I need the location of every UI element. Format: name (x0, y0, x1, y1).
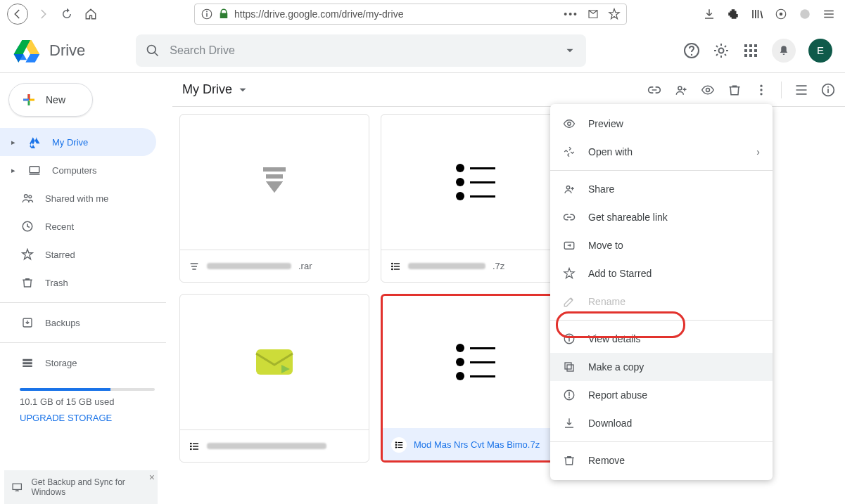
svg-point-31 (760, 89, 762, 91)
sidebar-label-trash: Trash (45, 278, 68, 288)
home-button[interactable] (82, 5, 100, 23)
storage-bar (20, 388, 155, 391)
svg-point-51 (190, 448, 192, 450)
search-dropdown-icon[interactable] (564, 44, 576, 57)
ctx-get-link[interactable]: Get shareable link (550, 203, 773, 231)
upgrade-storage-link[interactable]: UPGRADE STORAGE (20, 413, 112, 423)
context-menu: Preview Open with› Share Get shareable l… (550, 104, 773, 480)
downloads-icon[interactable] (700, 5, 718, 23)
notifications-icon[interactable] (772, 39, 796, 63)
svg-rect-42 (394, 266, 400, 266)
sidebar-item-backups[interactable]: Backups (0, 309, 156, 337)
ctx-share[interactable]: Share (550, 175, 773, 203)
sidebar-label-recent: Recent (45, 221, 74, 232)
page-actions-icon[interactable]: ••• (564, 8, 578, 20)
file-name-redacted (207, 263, 291, 269)
breadcrumb[interactable]: My Drive (182, 82, 249, 97)
share-icon[interactable] (674, 83, 688, 97)
file-tile[interactable]: .rar (179, 114, 369, 283)
addon-icon[interactable] (772, 5, 790, 23)
reload-button[interactable] (58, 5, 76, 23)
svg-point-43 (391, 268, 393, 270)
svg-rect-18 (754, 54, 757, 57)
sidebar-item-starred[interactable]: Starred (0, 240, 156, 269)
envelope-play-icon (255, 347, 294, 377)
ctx-label: Rename (588, 296, 625, 307)
eye-icon (563, 117, 576, 130)
svg-point-21 (29, 195, 32, 198)
library-icon[interactable] (748, 5, 766, 23)
svg-point-57 (395, 446, 397, 448)
menu-button[interactable] (820, 5, 838, 23)
file-tile[interactable]: .7z (381, 114, 571, 283)
url-text: https://drive.google.com/drive/my-drive (234, 8, 403, 20)
link-icon[interactable] (647, 83, 661, 97)
ctx-label: Open with (588, 146, 633, 157)
alert-icon (563, 389, 576, 401)
forward-button[interactable] (34, 5, 52, 23)
expand-icon[interactable]: ▸ (10, 138, 17, 147)
ctx-label: Get shareable link (588, 212, 668, 223)
back-button[interactable] (7, 4, 28, 25)
breadcrumb-label: My Drive (182, 82, 232, 97)
chevron-down-icon (236, 84, 249, 96)
ctx-label: Move to (588, 240, 623, 251)
ctx-move-to[interactable]: Move to (550, 231, 773, 259)
ctx-view-details[interactable]: View details (550, 325, 773, 353)
svg-point-39 (391, 262, 393, 264)
sidebar-item-trash[interactable]: Trash (0, 269, 156, 297)
list-small-icon (394, 440, 404, 450)
globe-icon[interactable] (796, 5, 814, 23)
ctx-label: View details (588, 333, 640, 344)
file-tile[interactable] (179, 294, 369, 463)
ctx-open-with[interactable]: Open with› (550, 138, 773, 166)
ctx-label: Remove (588, 455, 625, 466)
product-name: Drive (49, 41, 85, 60)
svg-rect-64 (568, 338, 570, 342)
ctx-preview[interactable]: Preview (550, 110, 773, 138)
address-bar[interactable]: https://drive.google.com/drive/my-drive … (194, 4, 627, 25)
details-pane-icon[interactable] (821, 83, 835, 97)
search-input[interactable]: Search Drive (136, 34, 586, 67)
apps-grid-icon[interactable] (742, 42, 759, 59)
backups-icon (21, 316, 34, 329)
ctx-make-copy[interactable]: Make a copy (550, 353, 773, 381)
shared-icon (21, 192, 34, 205)
new-button[interactable]: New (8, 83, 93, 117)
reader-icon[interactable] (587, 8, 599, 20)
svg-rect-13 (744, 49, 747, 52)
sidebar-item-computers[interactable]: ▸ Computers (0, 156, 156, 184)
sidebar-item-recent[interactable]: Recent (0, 212, 156, 240)
ctx-add-starred[interactable]: Add to Starred (550, 259, 773, 287)
account-avatar[interactable]: E (808, 39, 832, 63)
svg-rect-56 (398, 444, 402, 445)
backup-sync-banner[interactable]: Get Backup and Sync for Windows × (4, 470, 158, 504)
expand-icon[interactable]: ▸ (10, 166, 17, 175)
ctx-report-abuse[interactable]: Report abuse (550, 381, 773, 409)
sidebar-item-shared[interactable]: Shared with me (0, 184, 156, 212)
copy-icon (563, 361, 576, 373)
ctx-remove[interactable]: Remove (550, 446, 773, 474)
sidebar-item-storage[interactable]: Storage (0, 349, 156, 377)
delete-icon[interactable] (728, 83, 742, 97)
settings-gear-icon[interactable] (713, 42, 730, 59)
svg-point-55 (395, 444, 397, 445)
more-icon[interactable] (754, 83, 768, 97)
sidebar-item-my-drive[interactable]: ▸ My Drive (0, 128, 156, 156)
backup-banner-text: Get Backup and Sync for Windows (31, 477, 151, 497)
help-icon[interactable] (683, 42, 700, 59)
banner-close-icon[interactable]: × (149, 472, 155, 483)
ctx-download[interactable]: Download (550, 409, 773, 437)
extensions-icon[interactable] (724, 5, 742, 23)
trash-icon (563, 454, 576, 467)
bookmark-star-icon[interactable] (608, 8, 621, 20)
sidebar: New ▸ My Drive ▸ Computers Shared with m… (0, 73, 172, 504)
pencil-icon (563, 295, 576, 308)
svg-point-4 (780, 13, 783, 16)
list-view-icon[interactable] (794, 83, 808, 97)
file-tile-selected[interactable]: Mod Mas Nrs Cvt Mas Bimo.7z (381, 294, 571, 463)
svg-rect-44 (394, 269, 400, 269)
svg-point-49 (190, 445, 192, 447)
file-thumb (383, 296, 568, 428)
preview-icon[interactable] (701, 83, 715, 97)
